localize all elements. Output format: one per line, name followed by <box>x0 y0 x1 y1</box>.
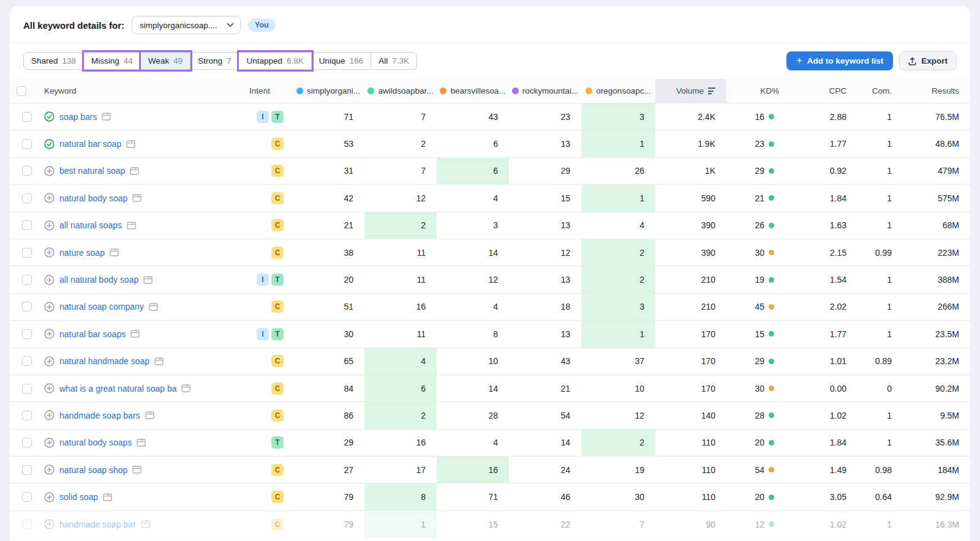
domain-column-header-5[interactable]: oregonsoapc... <box>581 79 655 103</box>
select-all-checkbox[interactable] <box>17 86 26 96</box>
kd-value: 20 <box>755 438 764 447</box>
serp-preview-icon[interactable] <box>130 330 140 338</box>
volume-column-header[interactable]: Volume <box>655 79 726 103</box>
row-checkbox[interactable] <box>22 248 32 258</box>
domain-color-dot <box>368 88 374 94</box>
serp-preview-icon[interactable] <box>141 520 150 528</box>
row-checkbox[interactable] <box>22 520 32 529</box>
row-checkbox[interactable] <box>22 220 32 230</box>
keyword-link[interactable]: natural bar soap <box>59 139 121 149</box>
keyword-link[interactable]: natural soap shop <box>59 465 127 475</box>
ranked-check-icon[interactable] <box>44 111 55 122</box>
keyword-link[interactable]: natural body soaps <box>59 438 132 447</box>
serp-preview-icon[interactable] <box>130 167 139 175</box>
keyword-link[interactable]: natural bar soaps <box>59 329 126 339</box>
com-cell: 0.98 <box>858 457 903 483</box>
tab-missing[interactable]: Missing44 <box>84 52 141 70</box>
add-keyword-icon[interactable] <box>44 356 55 367</box>
kd-column-header[interactable]: KD% <box>726 79 790 103</box>
row-checkbox[interactable] <box>22 166 32 176</box>
row-checkbox[interactable] <box>22 193 32 203</box>
keyword-link[interactable]: nature soap <box>59 248 105 258</box>
add-keyword-icon[interactable] <box>44 193 55 203</box>
domain-column-header-4[interactable]: rockymountai... <box>509 79 581 103</box>
keyword-link[interactable]: all natural body soap <box>59 275 138 285</box>
serp-preview-icon[interactable] <box>126 140 135 148</box>
add-keyword-icon[interactable] <box>44 247 55 258</box>
add-keyword-icon[interactable] <box>44 492 55 502</box>
keyword-link[interactable]: soap bars <box>59 112 97 122</box>
keyword-link[interactable]: natural soap company <box>59 302 144 312</box>
keyword-link[interactable]: natural body soap <box>59 193 127 203</box>
add-keyword-icon[interactable] <box>44 465 55 475</box>
ranked-check-icon[interactable] <box>44 139 55 149</box>
add-keyword-icon[interactable] <box>44 329 55 339</box>
tab-unique[interactable]: Unique166 <box>312 52 371 70</box>
add-keyword-icon[interactable] <box>44 383 55 394</box>
add-keyword-icon[interactable] <box>44 275 55 285</box>
keyword-link[interactable]: natural handmade soap <box>59 356 149 366</box>
row-checkbox[interactable] <box>22 356 32 366</box>
add-keyword-icon[interactable] <box>44 166 55 176</box>
position-cell-domain-4: 54 <box>509 402 581 428</box>
row-checkbox[interactable] <box>22 492 32 502</box>
row-checkbox[interactable] <box>22 438 32 447</box>
position-cell-domain-3: 6 <box>437 158 509 184</box>
keyword-cell: nature soap <box>44 239 238 266</box>
tab-shared[interactable]: Shared138 <box>23 52 84 70</box>
com-cell: 1 <box>858 103 903 130</box>
serp-preview-icon[interactable] <box>143 276 153 284</box>
serp-preview-icon[interactable] <box>137 439 146 447</box>
serp-preview-icon[interactable] <box>149 303 158 311</box>
domain-select-dropdown[interactable]: simplyorganicsoap.... <box>132 16 241 34</box>
serp-preview-icon[interactable] <box>103 493 112 501</box>
domain-column-header-2[interactable]: awildsoapbar... <box>364 79 437 103</box>
serp-preview-icon[interactable] <box>154 357 164 365</box>
serp-preview-icon[interactable] <box>110 248 119 256</box>
keyword-link[interactable]: handmade soap bar <box>59 520 136 529</box>
row-checkbox-cell <box>10 158 44 184</box>
results-cell: 223M <box>903 239 970 266</box>
add-keyword-icon[interactable] <box>44 438 55 448</box>
position-cell-domain-4: 12 <box>509 239 581 266</box>
export-button[interactable]: Export <box>899 51 957 70</box>
row-checkbox[interactable] <box>22 329 32 339</box>
results-column-header[interactable]: Results <box>903 79 970 103</box>
serp-preview-icon[interactable] <box>132 466 141 474</box>
position-cell-domain-2: 2 <box>364 402 437 428</box>
row-checkbox[interactable] <box>22 112 32 122</box>
position-cell-domain-3: 28 <box>437 402 509 428</box>
row-checkbox[interactable] <box>22 465 32 475</box>
row-checkbox[interactable] <box>22 139 32 149</box>
row-checkbox[interactable] <box>22 275 32 285</box>
row-checkbox[interactable] <box>22 411 32 420</box>
keyword-link[interactable]: all natural soaps <box>59 220 122 230</box>
add-keyword-icon[interactable] <box>44 220 55 231</box>
keyword-link[interactable]: solid soap <box>59 492 98 502</box>
tab-weak[interactable]: Weak49 <box>141 52 190 70</box>
keyword-link[interactable]: best natural soap <box>59 166 125 176</box>
cpc-column-header[interactable]: CPC <box>790 79 858 103</box>
tab-strong[interactable]: Strong7 <box>190 52 239 70</box>
serp-preview-icon[interactable] <box>181 384 190 392</box>
intent-column-header[interactable]: Intent <box>238 79 292 103</box>
tab-untapped[interactable]: Untapped6.8K <box>239 52 311 70</box>
add-to-keyword-list-button[interactable]: + Add to keyword list <box>786 51 893 70</box>
intent-cell: C <box>238 185 292 211</box>
row-checkbox[interactable] <box>22 302 32 312</box>
add-keyword-icon[interactable] <box>44 519 55 529</box>
add-keyword-icon[interactable] <box>44 302 55 312</box>
row-checkbox[interactable] <box>22 384 32 394</box>
serp-preview-icon[interactable] <box>102 113 111 121</box>
keyword-column-header[interactable]: Keyword <box>44 79 238 103</box>
serp-preview-icon[interactable] <box>127 222 136 229</box>
domain-column-header-3[interactable]: bearsvillesoa... <box>437 79 509 103</box>
com-column-header[interactable]: Com. <box>858 79 903 103</box>
tab-all[interactable]: All7.3K <box>371 52 417 70</box>
serp-preview-icon[interactable] <box>145 411 154 419</box>
keyword-link[interactable]: handmade soap bars <box>59 411 140 420</box>
domain-column-header-1[interactable]: simplyorgani... <box>292 79 364 103</box>
keyword-link[interactable]: what is a great natural soap ba <box>59 384 176 394</box>
add-keyword-icon[interactable] <box>44 410 55 420</box>
serp-preview-icon[interactable] <box>132 194 141 202</box>
